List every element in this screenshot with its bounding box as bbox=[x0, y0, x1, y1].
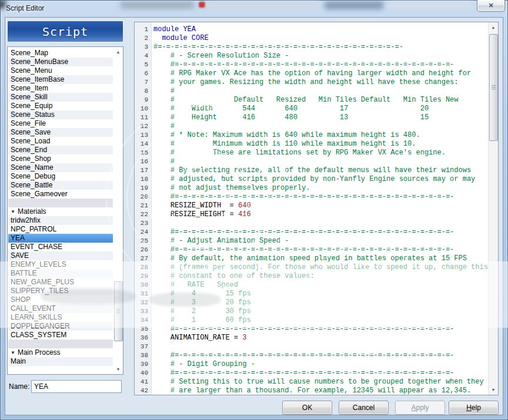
list-item[interactable]: NPC_PATROL bbox=[8, 225, 113, 234]
list-item-label: Materials bbox=[18, 207, 46, 216]
list-scrollbar-thumb[interactable] bbox=[114, 281, 123, 341]
list-item[interactable]: Scene_Name bbox=[8, 163, 113, 172]
list-item-label: Scene_End bbox=[11, 146, 47, 154]
list-item-label: tridw2hfix bbox=[11, 216, 41, 224]
list-item-label: YEA bbox=[11, 234, 25, 242]
list-item-label: Scene_MenuBase bbox=[11, 58, 68, 66]
list-item[interactable]: DOPPLEGANGER bbox=[8, 322, 113, 331]
titlebar[interactable]: Script Editor ✕ bbox=[0, 0, 508, 17]
list-item-label: LEARN_SKILLS bbox=[11, 313, 62, 321]
window-title: Script Editor bbox=[6, 4, 44, 12]
script-list-rows: Scene_MapScene_MenuBaseScene_MenuScene_I… bbox=[8, 49, 113, 366]
collapse-triangle-icon[interactable]: ▼ bbox=[11, 209, 15, 214]
list-item[interactable]: EVENT_CHASE bbox=[8, 243, 113, 251]
list-item-label: EVENT_CHASE bbox=[11, 243, 62, 251]
list-item-label: Scene_Load bbox=[11, 137, 50, 145]
list-item-label: Scene_Save bbox=[11, 128, 51, 136]
list-item[interactable]: NEW_GAME_PLUS bbox=[8, 278, 113, 287]
list-item[interactable]: Scene_Battle bbox=[8, 181, 113, 190]
list-item[interactable]: Scene_Item bbox=[8, 84, 113, 93]
list-item[interactable]: Scene_Load bbox=[8, 137, 113, 146]
editor-scrollbar-thumb[interactable] bbox=[489, 34, 498, 141]
list-item[interactable]: LEARN_SKILLS bbox=[8, 313, 113, 322]
list-item-label: CALL_EVENT bbox=[11, 304, 56, 313]
list-item[interactable]: CLASS_SYSTEM bbox=[8, 331, 113, 340]
list-item[interactable]: CALL_EVENT bbox=[8, 304, 113, 313]
list-item-label: Scene_Map bbox=[11, 49, 48, 57]
scroll-down-icon[interactable]: ▼ bbox=[113, 365, 123, 374]
cancel-button[interactable]: Cancel bbox=[339, 401, 389, 415]
list-item[interactable]: Scene_End bbox=[8, 146, 113, 154]
list-item-label: CLASS_SYSTEM bbox=[11, 331, 66, 339]
list-item[interactable]: ENEMY_LEVELS bbox=[8, 260, 113, 269]
editor-scroll-up-icon[interactable]: ▲ bbox=[489, 23, 498, 32]
ok-button[interactable]: OK bbox=[282, 401, 332, 415]
list-item-label: Main Process bbox=[18, 348, 61, 357]
name-input[interactable] bbox=[31, 380, 122, 393]
list-item[interactable]: SLIPPERY_TILES bbox=[8, 287, 113, 295]
list-section-header[interactable]: ▼Materials bbox=[8, 207, 113, 216]
list-item[interactable]: Scene_Skill bbox=[8, 93, 113, 102]
list-item-label: SAVE bbox=[11, 251, 29, 260]
list-item-label: BATTLE bbox=[11, 269, 36, 277]
dialog-body: Script Scene_MapScene_MenuBaseScene_Menu… bbox=[5, 17, 503, 415]
list-item[interactable]: Scene_Status bbox=[8, 110, 113, 119]
script-list[interactable]: Scene_MapScene_MenuBaseScene_MenuScene_I… bbox=[7, 46, 123, 375]
collapse-triangle-icon[interactable]: ▼ bbox=[11, 350, 15, 355]
scroll-up-icon[interactable]: ▲ bbox=[113, 48, 123, 56]
code-editor[interactable]: 1234567891011121314151617181920212223242… bbox=[134, 22, 499, 395]
list-item-selected[interactable]: YEA bbox=[8, 234, 113, 243]
button-row: OKCancelApplyHelp bbox=[5, 401, 504, 415]
list-item-label: Scene_Menu bbox=[11, 66, 52, 75]
list-item[interactable]: SHOP bbox=[8, 295, 113, 304]
list-item-label: NEW_GAME_PLUS bbox=[11, 278, 74, 286]
line-numbers: 1234567891011121314151617181920212223242… bbox=[135, 22, 152, 395]
apply-button: Apply bbox=[395, 401, 445, 415]
editor-scroll-down-icon[interactable]: ▼ bbox=[489, 385, 498, 394]
list-item[interactable]: Scene_Gameover bbox=[8, 190, 113, 199]
list-item[interactable]: Scene_Shop bbox=[8, 154, 113, 163]
list-item-label: Scene_ItemBase bbox=[11, 75, 64, 83]
list-item-label: SLIPPERY_TILES bbox=[11, 287, 69, 295]
list-item[interactable]: Scene_MenuBase bbox=[8, 58, 113, 66]
list-section-header[interactable]: ▼Main Process bbox=[8, 348, 113, 357]
sidebar-header-label: Script bbox=[42, 25, 88, 39]
list-item[interactable]: Scene_Map bbox=[8, 49, 113, 58]
list-item-label: Scene_Item bbox=[11, 84, 48, 92]
list-item-label: Scene_Gameover bbox=[11, 190, 68, 198]
list-item-label: Scene_Name bbox=[11, 163, 54, 172]
editor-scrollbar[interactable]: ▲ ▼ bbox=[488, 22, 498, 395]
list-item-label: Scene_Shop bbox=[11, 154, 51, 163]
help-button[interactable]: Help bbox=[449, 401, 499, 415]
list-item-label: Scene_Equip bbox=[11, 102, 52, 110]
list-item-label: SHOP bbox=[11, 295, 31, 304]
list-item-label: NPC_PATROL bbox=[11, 225, 56, 233]
list-item[interactable]: Scene_ItemBase bbox=[8, 75, 113, 84]
list-item[interactable]: Scene_Save bbox=[8, 128, 113, 137]
list-item-label: Scene_Status bbox=[11, 110, 55, 119]
list-item[interactable]: tridw2hfix bbox=[8, 216, 113, 225]
list-item[interactable]: SAVE bbox=[8, 251, 113, 260]
list-item[interactable]: Main bbox=[8, 357, 113, 366]
list-item[interactable]: BATTLE bbox=[8, 269, 113, 278]
list-item[interactable]: Scene_Debug bbox=[8, 172, 113, 181]
list-item-label: ENEMY_LEVELS bbox=[11, 260, 66, 268]
list-separator bbox=[8, 340, 113, 348]
sidebar-header: Script bbox=[7, 21, 123, 42]
scrollbar-grip-icon bbox=[116, 309, 121, 313]
titlebar-background-decoration bbox=[0, 0, 508, 17]
list-scrollbar[interactable]: ▲ ▼ bbox=[113, 47, 123, 374]
code-area[interactable]: module YEA module CORE#=-=-=-=-=-=-=-=-=… bbox=[152, 22, 488, 395]
list-item-label: Scene_Battle bbox=[11, 181, 52, 189]
close-icon: ✕ bbox=[488, 2, 493, 9]
list-item-label: Main bbox=[11, 357, 26, 365]
list-item-label: DOPPLEGANGER bbox=[11, 322, 70, 330]
list-item-label: Scene_Skill bbox=[11, 93, 48, 101]
name-label: Name: bbox=[9, 382, 29, 391]
list-item[interactable]: Scene_Menu bbox=[8, 66, 113, 75]
list-item-label: Scene_Debug bbox=[11, 172, 55, 180]
close-button[interactable]: ✕ bbox=[477, 0, 505, 12]
scrollbar-grip-icon bbox=[492, 85, 496, 89]
list-item[interactable]: Scene_Equip bbox=[8, 102, 113, 110]
list-item[interactable]: Scene_File bbox=[8, 119, 113, 128]
